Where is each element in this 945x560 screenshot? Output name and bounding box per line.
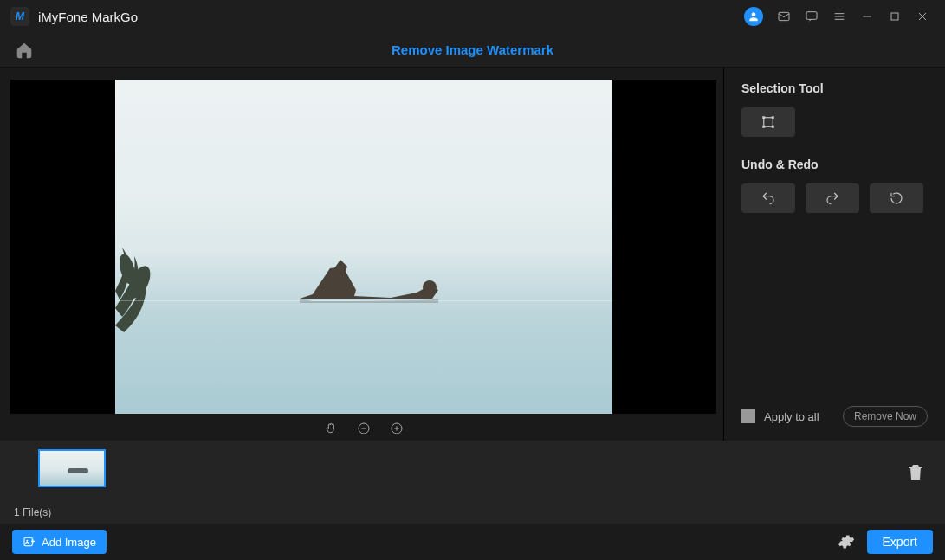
- apply-to-all-label: Apply to all: [764, 410, 834, 423]
- svg-rect-6: [891, 13, 898, 20]
- home-button[interactable]: [12, 38, 36, 62]
- canvas-column: [0, 68, 723, 441]
- main-area: Selection Tool Undo & Redo: [0, 68, 945, 441]
- apply-to-all-checkbox[interactable]: [741, 409, 755, 423]
- close-button[interactable]: [909, 3, 936, 30]
- svg-rect-20: [762, 126, 765, 128]
- file-count-label: 1 File(s): [14, 506, 51, 518]
- page-title: Remove Image Watermark: [36, 42, 909, 57]
- svg-rect-21: [772, 126, 774, 128]
- zoom-out-button[interactable]: [357, 422, 371, 435]
- add-image-label: Add Image: [42, 536, 96, 549]
- redo-button[interactable]: [806, 183, 859, 213]
- zoom-out-icon: [357, 422, 371, 435]
- home-icon: [15, 41, 34, 60]
- mail-icon[interactable]: [770, 3, 798, 30]
- zoom-in-button[interactable]: [390, 422, 404, 435]
- canvas-view[interactable]: [10, 80, 716, 414]
- thumbnail-item[interactable]: [38, 449, 106, 487]
- svg-rect-17: [764, 118, 773, 127]
- rectangle-select-button[interactable]: [741, 107, 795, 137]
- plant-decoration: [115, 239, 167, 334]
- feedback-icon[interactable]: [798, 3, 825, 30]
- export-button[interactable]: Export: [867, 530, 933, 554]
- image-preview: [115, 80, 612, 414]
- user-icon: [748, 10, 760, 23]
- undo-button[interactable]: [741, 183, 795, 213]
- titlebar: M iMyFone MarkGo: [0, 0, 945, 33]
- account-avatar[interactable]: [744, 7, 763, 26]
- settings-button[interactable]: [838, 533, 855, 550]
- person-decoration: [287, 251, 477, 303]
- canvas-tools: [10, 415, 716, 441]
- redo-icon: [825, 190, 840, 206]
- svg-rect-1: [806, 12, 817, 20]
- svg-rect-18: [762, 116, 765, 119]
- minimize-button[interactable]: [853, 3, 881, 30]
- delete-button[interactable]: [905, 461, 926, 485]
- hand-icon: [324, 422, 338, 435]
- app-logo: M: [10, 7, 29, 26]
- svg-point-11: [423, 280, 437, 294]
- add-image-button[interactable]: Add Image: [12, 530, 107, 554]
- bottom-bar: Add Image Export: [0, 524, 945, 560]
- app-title: iMyFone MarkGo: [38, 10, 138, 24]
- undo-icon: [761, 190, 776, 206]
- reset-button[interactable]: [870, 183, 923, 213]
- sidebar-footer: Apply to all Remove Now: [741, 406, 928, 427]
- undo-redo-heading: Undo & Redo: [741, 158, 928, 171]
- svg-rect-0: [779, 12, 789, 20]
- menu-icon[interactable]: [825, 3, 853, 30]
- trash-icon: [905, 461, 926, 482]
- thumbnail-strip: 1 File(s): [0, 441, 945, 524]
- zoom-in-icon: [390, 422, 404, 435]
- remove-now-button[interactable]: Remove Now: [843, 406, 928, 427]
- rectangle-select-icon: [761, 114, 776, 130]
- svg-rect-19: [772, 116, 774, 119]
- header: Remove Image Watermark: [0, 33, 945, 68]
- gear-icon: [838, 533, 855, 550]
- svg-rect-22: [24, 537, 32, 545]
- reset-icon: [889, 190, 904, 206]
- sidebar: Selection Tool Undo & Redo: [723, 68, 945, 441]
- pan-tool[interactable]: [324, 422, 338, 435]
- maximize-button[interactable]: [881, 3, 909, 30]
- add-image-icon: [23, 535, 36, 549]
- selection-tool-heading: Selection Tool: [741, 81, 928, 95]
